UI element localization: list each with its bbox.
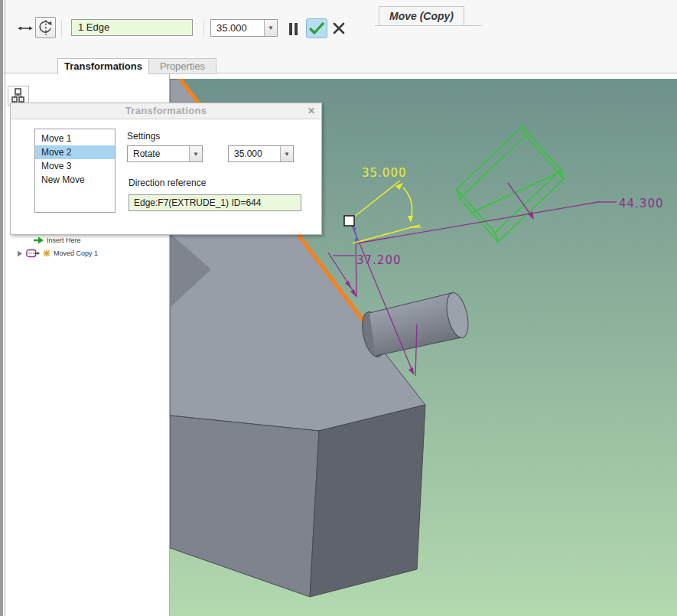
- dialog-angle-value[interactable]: 35.000: [229, 146, 280, 161]
- dimension-angle-label[interactable]: 35.000: [362, 166, 407, 180]
- model-tree-icon: [11, 88, 25, 103]
- dialog-close-icon[interactable]: ✕: [308, 106, 315, 116]
- settings-label: Settings: [127, 131, 160, 142]
- direction-reference-label: Direction reference: [129, 178, 206, 188]
- confirm-button[interactable]: [306, 18, 327, 38]
- tree-item-label: Moved Copy 1: [54, 249, 98, 257]
- feature-title-tab: Move (Copy): [379, 6, 464, 25]
- cancel-button[interactable]: [333, 22, 345, 34]
- drag-handle[interactable]: [344, 216, 354, 226]
- tree-item-moved-copy[interactable]: Moved Copy 1: [17, 249, 98, 258]
- pause-button[interactable]: [289, 23, 298, 35]
- rotate-mode-button[interactable]: [35, 17, 56, 38]
- list-item-move-2[interactable]: Move 2: [35, 145, 115, 159]
- toolbar-separator: [61, 20, 62, 37]
- list-item-move-3[interactable]: Move 3: [35, 159, 115, 173]
- dialog-titlebar[interactable]: Transformations: [11, 103, 321, 119]
- dimension-distance-label[interactable]: 44.300: [619, 197, 664, 210]
- transformations-dialog[interactable]: Transformations ✕ Move 1 Move 2 Move 3 N…: [10, 103, 322, 235]
- direction-reference-field[interactable]: Edge:F7(EXTRUDE_1) ID=644: [129, 194, 301, 211]
- tab-properties[interactable]: Properties: [149, 58, 216, 74]
- moved-copy-feature-icon: [26, 249, 40, 258]
- regenerate-asterisk-icon: [43, 249, 50, 257]
- checkmark-icon: [308, 21, 325, 35]
- tree-item-label: Insert Here: [47, 236, 81, 244]
- angle-value[interactable]: 35.000: [211, 20, 264, 36]
- list-item-new-move[interactable]: New Move: [35, 173, 115, 187]
- dimension-offset-label[interactable]: 37.200: [356, 253, 402, 267]
- reference-collector-field[interactable]: 1 Edge: [71, 19, 193, 36]
- window-left-rail: [0, 0, 3, 616]
- toolbar-separator: [203, 20, 204, 37]
- close-icon: [333, 22, 345, 34]
- chevron-down-icon[interactable]: ▼: [280, 146, 293, 161]
- moves-listbox[interactable]: Move 1 Move 2 Move 3 New Move: [34, 129, 116, 213]
- rotate-icon: [38, 19, 54, 36]
- tree-item-insert-here[interactable]: Insert Here: [34, 236, 81, 244]
- expand-triangle-icon[interactable]: [17, 250, 23, 257]
- chevron-down-icon[interactable]: ▼: [264, 20, 277, 36]
- list-item-move-1[interactable]: Move 1: [35, 132, 115, 145]
- transform-type-combobox[interactable]: Rotate ▼: [127, 145, 203, 162]
- chevron-down-icon[interactable]: ▼: [189, 146, 202, 161]
- dialog-angle-combobox[interactable]: 35.000 ▼: [228, 145, 294, 162]
- translate-arrow-icon[interactable]: [18, 22, 33, 36]
- angle-value-combobox[interactable]: 35.000 ▼: [210, 19, 278, 37]
- insert-here-arrow-icon: [34, 236, 44, 244]
- tab-transformations[interactable]: Transformations: [57, 58, 149, 74]
- feature-title-underline: [375, 25, 482, 26]
- transform-type-value[interactable]: Rotate: [128, 146, 189, 161]
